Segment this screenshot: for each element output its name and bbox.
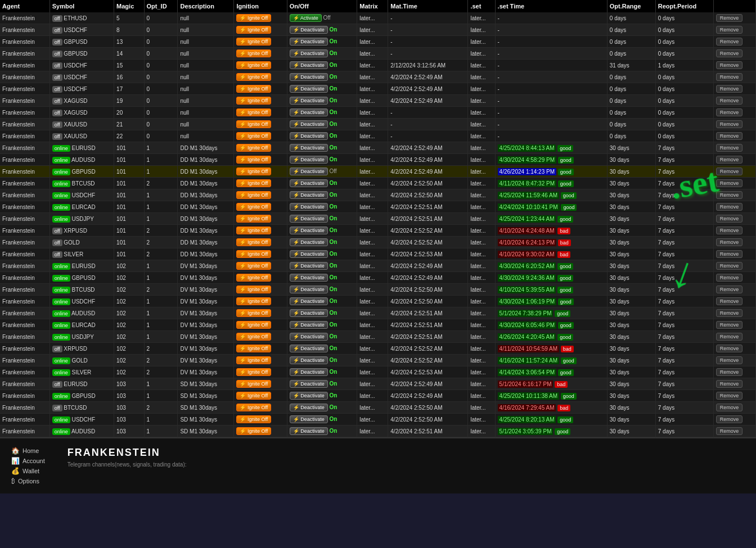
cell-remove[interactable]: Remove (713, 60, 755, 71)
cell-onoff[interactable]: Deactivate On (287, 142, 357, 154)
ignite-button[interactable]: Ignite Off (236, 333, 271, 341)
deactivate-button[interactable]: Deactivate (290, 61, 328, 69)
cell-onoff[interactable]: Deactivate On (287, 189, 357, 201)
cell-ignition[interactable]: Ignite Off (234, 166, 287, 178)
cell-remove[interactable]: Remove (713, 355, 755, 366)
remove-button[interactable]: Remove (716, 356, 743, 364)
remove-button[interactable]: Remove (716, 120, 743, 128)
ignite-button[interactable]: Ignite Off (236, 85, 271, 93)
deactivate-button[interactable]: Deactivate (290, 238, 328, 246)
ignite-button[interactable]: Ignite Off (236, 368, 271, 376)
ignite-button[interactable]: Ignite Off (236, 274, 271, 282)
ignite-button[interactable]: Ignite Off (236, 61, 271, 69)
remove-button[interactable]: Remove (716, 61, 743, 69)
cell-remove[interactable]: Remove (713, 142, 755, 154)
cell-onoff[interactable]: Deactivate On (287, 248, 357, 260)
remove-button[interactable]: Remove (716, 321, 743, 329)
remove-button[interactable]: Remove (716, 368, 743, 376)
deactivate-button[interactable]: Deactivate (290, 250, 328, 258)
remove-button[interactable]: Remove (716, 179, 743, 187)
cell-remove[interactable]: Remove (713, 378, 755, 390)
deactivate-button[interactable]: Deactivate (290, 179, 328, 187)
cell-ignition[interactable]: Ignite Off (234, 119, 287, 130)
deactivate-button[interactable]: Deactivate (290, 380, 328, 388)
remove-button[interactable]: Remove (716, 73, 743, 81)
remove-button[interactable]: Remove (716, 415, 743, 423)
cell-remove[interactable]: Remove (713, 83, 755, 95)
cell-remove[interactable]: Remove (713, 12, 755, 24)
deactivate-button[interactable]: Deactivate (290, 73, 328, 81)
cell-onoff[interactable]: Deactivate On (287, 95, 357, 107)
cell-onoff[interactable]: Deactivate On (287, 402, 357, 414)
cell-onoff[interactable]: Deactivate On (287, 366, 357, 378)
cell-remove[interactable]: Remove (713, 425, 755, 437)
remove-button[interactable]: Remove (716, 427, 743, 435)
ignite-button[interactable]: Ignite Off (236, 309, 271, 317)
deactivate-button[interactable]: Deactivate (290, 38, 328, 46)
remove-button[interactable]: Remove (716, 14, 743, 22)
cell-onoff[interactable]: Deactivate On (287, 272, 357, 284)
cell-ignition[interactable]: Ignite Off (234, 414, 287, 425)
deactivate-button[interactable]: Deactivate (290, 108, 328, 116)
cell-remove[interactable]: Remove (713, 71, 755, 83)
cell-ignition[interactable]: Ignite Off (234, 213, 287, 225)
cell-onoff[interactable]: Deactivate On (287, 154, 357, 166)
ignite-button[interactable]: Ignite Off (236, 97, 271, 105)
deactivate-button[interactable]: Deactivate (290, 215, 328, 223)
remove-button[interactable]: Remove (716, 404, 743, 411)
cell-remove[interactable]: Remove (713, 343, 755, 355)
cell-ignition[interactable]: Ignite Off (234, 366, 287, 378)
cell-ignition[interactable]: Ignite Off (234, 107, 287, 119)
ignite-button[interactable]: Ignite Off (236, 297, 271, 305)
remove-button[interactable]: Remove (716, 203, 743, 211)
cell-remove[interactable]: Remove (713, 248, 755, 260)
cell-remove[interactable]: Remove (713, 154, 755, 166)
remove-button[interactable]: Remove (716, 38, 743, 46)
cell-onoff[interactable]: Deactivate On (287, 414, 357, 425)
ignite-button[interactable]: Ignite Off (236, 132, 271, 140)
deactivate-button[interactable]: Deactivate (290, 392, 328, 400)
remove-button[interactable]: Remove (716, 156, 743, 164)
cell-onoff[interactable]: Deactivate On (287, 296, 357, 307)
cell-ignition[interactable]: Ignite Off (234, 260, 287, 272)
remove-button[interactable]: Remove (716, 262, 743, 270)
ignite-button[interactable]: Ignite Off (236, 14, 271, 22)
ignite-button[interactable]: Ignite Off (236, 392, 271, 400)
cell-onoff[interactable]: Deactivate On (287, 284, 357, 296)
remove-button[interactable]: Remove (716, 97, 743, 105)
cell-ignition[interactable]: Ignite Off (234, 343, 287, 355)
cell-onoff[interactable]: Deactivate On (287, 390, 357, 402)
cell-onoff[interactable]: Deactivate On (287, 107, 357, 119)
cell-onoff[interactable]: Deactivate On (287, 331, 357, 343)
remove-button[interactable]: Remove (716, 250, 743, 258)
nav-account[interactable]: 📊 Account (11, 457, 45, 465)
cell-remove[interactable]: Remove (713, 237, 755, 248)
ignite-button[interactable]: Ignite Off (236, 120, 271, 128)
cell-onoff[interactable]: Deactivate On (287, 213, 357, 225)
cell-remove[interactable]: Remove (713, 402, 755, 414)
cell-onoff[interactable]: Deactivate On (287, 225, 357, 237)
cell-remove[interactable]: Remove (713, 213, 755, 225)
cell-ignition[interactable]: Ignite Off (234, 36, 287, 48)
cell-ignition[interactable]: Ignite Off (234, 12, 287, 24)
cell-ignition[interactable]: Ignite Off (234, 154, 287, 166)
cell-ignition[interactable]: Ignite Off (234, 425, 287, 437)
cell-onoff[interactable]: Deactivate Off (287, 166, 357, 178)
deactivate-button[interactable]: Deactivate (290, 415, 328, 423)
cell-remove[interactable]: Remove (713, 260, 755, 272)
cell-onoff[interactable]: Deactivate On (287, 130, 357, 142)
deactivate-button[interactable]: Deactivate (290, 262, 328, 270)
ignite-button[interactable]: Ignite Off (236, 321, 271, 329)
cell-remove[interactable]: Remove (713, 296, 755, 307)
cell-ignition[interactable]: Ignite Off (234, 225, 287, 237)
deactivate-button[interactable]: Deactivate (290, 321, 328, 329)
remove-button[interactable]: Remove (716, 191, 743, 199)
ignite-button[interactable]: Ignite Off (236, 49, 271, 57)
remove-button[interactable]: Remove (716, 309, 743, 317)
cell-onoff[interactable]: Deactivate On (287, 378, 357, 390)
cell-onoff[interactable]: Deactivate On (287, 48, 357, 60)
deactivate-button[interactable]: Deactivate (290, 85, 328, 93)
ignite-button[interactable]: Ignite Off (236, 167, 271, 175)
ignite-button[interactable]: Ignite Off (236, 144, 271, 152)
ignite-button[interactable]: Ignite Off (236, 38, 271, 46)
